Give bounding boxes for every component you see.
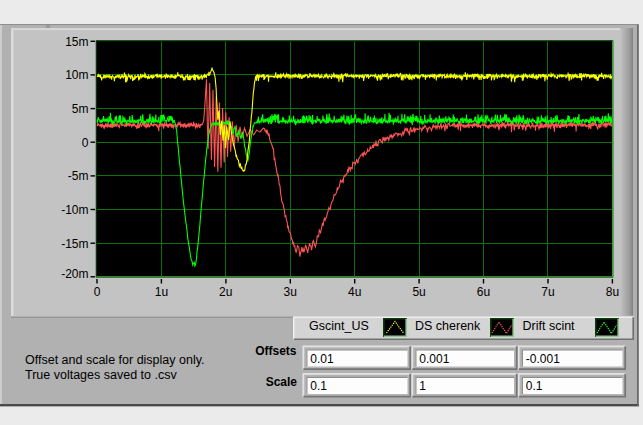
svg-text:10m: 10m <box>65 68 88 82</box>
svg-text:0.01: 0.01 <box>310 352 334 366</box>
svg-text:5u: 5u <box>412 285 425 299</box>
svg-text:0: 0 <box>82 136 89 150</box>
svg-text:5m: 5m <box>72 102 89 116</box>
svg-text:-0.001: -0.001 <box>526 352 560 366</box>
svg-text:Offset and scale for display o: Offset and scale for display only. <box>25 353 205 367</box>
svg-text:-20m: -20m <box>61 267 88 281</box>
svg-text:-10m: -10m <box>61 203 88 217</box>
svg-text:-15m: -15m <box>61 237 88 251</box>
svg-text:0: 0 <box>94 285 101 299</box>
svg-text:2u: 2u <box>219 285 232 299</box>
svg-text:True voltages saved to .csv: True voltages saved to .csv <box>25 368 177 382</box>
svg-text:0.001: 0.001 <box>419 352 449 366</box>
svg-text:0.1: 0.1 <box>526 379 543 393</box>
svg-text:1: 1 <box>419 379 426 393</box>
svg-text:Offsets: Offsets <box>255 344 297 358</box>
svg-text:-5m: -5m <box>68 169 89 183</box>
svg-text:Gscint_US: Gscint_US <box>309 319 369 333</box>
svg-text:6u: 6u <box>477 285 490 299</box>
svg-text:0.1: 0.1 <box>310 379 327 393</box>
svg-text:3u: 3u <box>284 285 297 299</box>
svg-text:7u: 7u <box>541 285 554 299</box>
svg-text:15m: 15m <box>65 35 88 49</box>
svg-text:Scale: Scale <box>266 375 298 389</box>
svg-text:8u: 8u <box>606 285 619 299</box>
svg-text:Drift scint: Drift scint <box>523 319 576 333</box>
svg-text:4u: 4u <box>348 285 361 299</box>
svg-text:1u: 1u <box>155 285 168 299</box>
svg-text:DS cherenk: DS cherenk <box>415 319 481 333</box>
